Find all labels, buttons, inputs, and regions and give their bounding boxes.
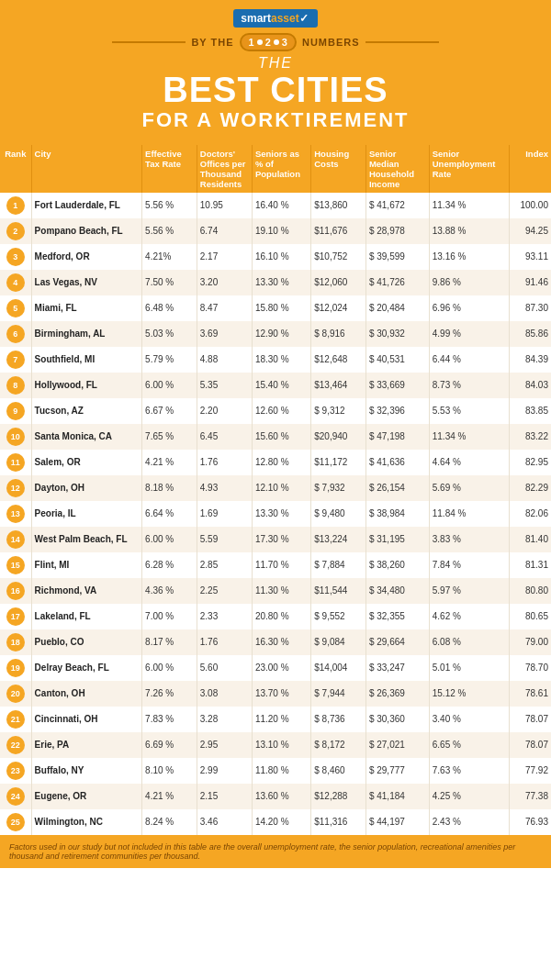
seniors-cell: 13.30 % bbox=[252, 501, 310, 527]
doctors-cell: 5.35 bbox=[197, 373, 252, 398]
unemp-cell: 11.34 % bbox=[429, 424, 509, 450]
table-row: 19Delray Beach, FL6.00 %5.6023.00 %$14,0… bbox=[0, 655, 551, 681]
rank-circle: 13 bbox=[6, 505, 25, 523]
doctors-cell: 5.59 bbox=[197, 527, 252, 552]
rank-circle: 24 bbox=[6, 787, 25, 806]
housing-cell: $12,648 bbox=[311, 347, 366, 373]
doctors-cell: 10.95 bbox=[197, 193, 252, 218]
rank-circle: 8 bbox=[6, 376, 25, 395]
housing-cell: $ 9,480 bbox=[311, 501, 366, 527]
housing-cell: $ 7,884 bbox=[311, 552, 366, 578]
housing-cell: $12,024 bbox=[311, 295, 366, 321]
table-row: 18Pueblo, CO8.17 %1.7616.30 %$ 9,084$ 29… bbox=[0, 629, 551, 655]
col-income: Senior Median Household Income bbox=[365, 145, 429, 193]
rank-circle: 21 bbox=[6, 710, 25, 729]
housing-cell: $11,676 bbox=[311, 218, 366, 244]
city-cell: Wilmington, NC bbox=[31, 809, 141, 835]
table-row: 8Hollywood, FL6.00 %5.3515.40 %$13,464$ … bbox=[0, 373, 551, 398]
seniors-cell: 13.60 % bbox=[252, 784, 310, 809]
table-row: 1Fort Lauderdale, FL5.56 %10.9516.40 %$1… bbox=[0, 193, 551, 218]
doctors-cell: 2.95 bbox=[197, 732, 252, 758]
seniors-cell: 17.30 % bbox=[252, 527, 310, 552]
rank-cell: 10 bbox=[0, 424, 31, 450]
title-for-a: FOR A WORKTIREMENT bbox=[0, 109, 551, 131]
logo: smartasset✓ bbox=[233, 9, 317, 28]
rank-cell: 6 bbox=[0, 321, 31, 347]
tax-cell: 8.10 % bbox=[142, 758, 197, 784]
seniors-cell: 16.10 % bbox=[252, 244, 310, 270]
badge-1: 1 bbox=[249, 37, 254, 48]
table-row: 24Eugene, OR4.21 %2.1513.60 %$12,288$ 41… bbox=[0, 784, 551, 809]
unemp-cell: 3.40 % bbox=[429, 707, 509, 732]
housing-cell: $ 8,460 bbox=[311, 758, 366, 784]
index-cell: 87.30 bbox=[509, 295, 551, 321]
footer-note: Factors used in our study but not includ… bbox=[0, 835, 551, 868]
unemp-cell: 2.43 % bbox=[429, 809, 509, 835]
unemp-cell: 13.16 % bbox=[429, 244, 509, 270]
table-row: 4Las Vegas, NV7.50 %3.2013.30 %$12,060$ … bbox=[0, 270, 551, 295]
rank-cell: 13 bbox=[0, 501, 31, 527]
badge-dot-2 bbox=[274, 39, 279, 45]
tax-cell: 4.36 % bbox=[142, 578, 197, 604]
table-row: 23Buffalo, NY8.10 %2.9911.80 %$ 8,460$ 2… bbox=[0, 758, 551, 784]
doctors-cell: 6.74 bbox=[197, 218, 252, 244]
housing-cell: $20,940 bbox=[311, 424, 366, 450]
index-cell: 81.31 bbox=[509, 552, 551, 578]
index-cell: 82.06 bbox=[509, 501, 551, 527]
housing-cell: $11,316 bbox=[311, 809, 366, 835]
rank-circle: 16 bbox=[6, 582, 25, 600]
rank-cell: 19 bbox=[0, 655, 31, 681]
rank-circle: 15 bbox=[6, 556, 25, 574]
col-unemp: Senior Unemployment Rate bbox=[429, 145, 509, 193]
income-cell: $ 32,396 bbox=[365, 398, 429, 424]
unemp-cell: 11.84 % bbox=[429, 501, 509, 527]
city-cell: Miami, FL bbox=[31, 295, 141, 321]
housing-cell: $ 9,084 bbox=[311, 629, 366, 655]
doctors-cell: 3.46 bbox=[197, 809, 252, 835]
seniors-cell: 15.60 % bbox=[252, 424, 310, 450]
right-line bbox=[365, 41, 439, 43]
rank-cell: 12 bbox=[0, 475, 31, 501]
unemp-cell: 6.08 % bbox=[429, 629, 509, 655]
unemp-cell: 3.83 % bbox=[429, 527, 509, 552]
index-cell: 83.85 bbox=[509, 398, 551, 424]
tax-cell: 6.00 % bbox=[142, 373, 197, 398]
index-cell: 93.11 bbox=[509, 244, 551, 270]
table-row: 6Birmingham, AL5.03 %3.6912.90 %$ 8,916$… bbox=[0, 321, 551, 347]
city-cell: Flint, MI bbox=[31, 552, 141, 578]
index-cell: 81.40 bbox=[509, 527, 551, 552]
doctors-cell: 2.33 bbox=[197, 604, 252, 629]
table-row: 15Flint, MI6.28 %2.8511.70 %$ 7,884$ 38,… bbox=[0, 552, 551, 578]
doctors-cell: 1.76 bbox=[197, 629, 252, 655]
doctors-cell: 2.20 bbox=[197, 398, 252, 424]
index-cell: 91.46 bbox=[509, 270, 551, 295]
by-the-text: BY THE bbox=[191, 37, 233, 48]
data-table: Rank City Effective Tax Rate Doctors' Of… bbox=[0, 145, 551, 835]
index-cell: 78.70 bbox=[509, 655, 551, 681]
income-cell: $ 41,672 bbox=[365, 193, 429, 218]
rank-circle: 12 bbox=[6, 479, 25, 497]
housing-cell: $14,004 bbox=[311, 655, 366, 681]
index-cell: 77.92 bbox=[509, 758, 551, 784]
city-cell: West Palm Beach, FL bbox=[31, 527, 141, 552]
rank-cell: 24 bbox=[0, 784, 31, 809]
city-cell: Pueblo, CO bbox=[31, 629, 141, 655]
rank-cell: 15 bbox=[0, 552, 31, 578]
income-cell: $ 26,154 bbox=[365, 475, 429, 501]
housing-cell: $ 7,944 bbox=[311, 681, 366, 707]
index-cell: 84.39 bbox=[509, 347, 551, 373]
tax-cell: 4.21 % bbox=[142, 450, 197, 475]
city-cell: Salem, OR bbox=[31, 450, 141, 475]
tax-cell: 7.26 % bbox=[142, 681, 197, 707]
table-row: 2Pompano Beach, FL5.56 %6.7419.10 %$11,6… bbox=[0, 218, 551, 244]
tax-cell: 4.21 % bbox=[142, 784, 197, 809]
rank-circle: 17 bbox=[6, 607, 25, 626]
col-city: City bbox=[31, 145, 141, 193]
table-header-row: Rank City Effective Tax Rate Doctors' Of… bbox=[0, 145, 551, 193]
tax-cell: 6.69 % bbox=[142, 732, 197, 758]
doctors-cell: 2.17 bbox=[197, 244, 252, 270]
rank-cell: 20 bbox=[0, 681, 31, 707]
seniors-cell: 12.10 % bbox=[252, 475, 310, 501]
city-cell: Fort Lauderdale, FL bbox=[31, 193, 141, 218]
tax-cell: 6.48 % bbox=[142, 295, 197, 321]
